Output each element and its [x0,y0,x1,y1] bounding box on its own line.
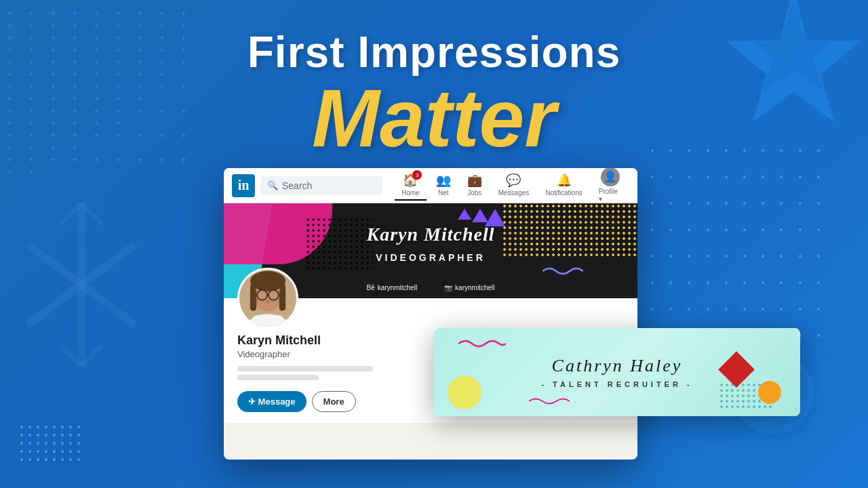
search-icon: 🔍 [267,180,278,190]
card-squiggle-top [458,338,506,350]
nav-item-network[interactable]: 👥 Net [429,170,458,201]
svg-rect-12 [279,289,285,311]
banner-squiggle [542,264,583,278]
jobs-label: Jobs [467,189,481,197]
decorative-dots-bottom-left [20,426,80,461]
home-badge: 3 [412,170,422,180]
svg-point-17 [266,300,270,303]
more-button[interactable]: More [312,391,356,412]
banner-title: VIDEOGRAPHER [224,252,637,263]
banner-triangle2 [472,209,488,222]
linkedin-navbar: in 🔍 Search 🏠 3 Home 👥 Net 💼 Jobs [224,168,637,203]
profile-avatar-icon: 👤 [601,168,620,186]
instagram-handle: karynmitchell [455,284,494,291]
card-squiggle-bottom [529,396,570,407]
banner-link-instagram: 📷 karynmitchell [444,284,494,291]
decorative-plus-grid: + + + + + + + + + + + + + + + + + + + + … [0,0,217,108]
banner-link-behance: Bē karynmitchell [367,284,418,291]
card-content: Cathryn Haley - TALENT RECRUITER - [448,356,787,388]
notifications-icon: 🔔 [557,173,572,188]
home-label: Home [401,189,420,197]
search-bar[interactable]: 🔍 Search [260,176,382,195]
linkedin-logo: in [232,174,255,197]
svg-rect-19 [252,315,284,328]
network-icon: 👥 [436,173,451,188]
message-button[interactable]: ✈ Message [237,391,307,412]
network-label: Net [438,189,449,197]
behance-icon: Bē [367,284,375,291]
avatar [237,268,298,329]
card-name: Cathryn Haley [552,356,683,376]
banner-name: Karyn Mitchell [224,224,637,245]
messages-icon: 💬 [506,173,521,188]
behance-handle: karynmitchell [378,284,417,291]
home-icon: 🏠 3 [403,173,418,188]
card-title: - TALENT RECRUITER - [541,380,692,388]
nav-item-messages[interactable]: 💬 Messages [492,170,536,201]
business-card: Cathryn Haley - TALENT RECRUITER - [434,328,800,416]
search-placeholder: Search [282,180,312,191]
jobs-icon: 💼 [467,173,482,188]
nav-items: 🏠 3 Home 👥 Net 💼 Jobs 💬 Messages 🔔 Notif… [395,168,629,207]
banner-triangle3 [458,209,471,220]
placeholder-bar-1 [237,366,373,371]
nav-item-notifications[interactable]: 🔔 Notifications [538,170,589,201]
nav-item-profile[interactable]: 👤 Profile ▾ [592,168,629,207]
instagram-icon: 📷 [444,284,452,291]
messages-label: Messages [498,189,530,197]
profile-label: Profile ▾ [599,188,623,203]
title-area: First Impressions Matter [190,27,678,159]
placeholder-bar-2 [237,375,319,380]
nav-item-jobs[interactable]: 💼 Jobs [460,170,489,201]
decorative-snowflake-left [14,190,149,393]
notifications-label: Notifications [545,189,582,197]
title-line2: Matter [190,77,678,159]
svg-point-13 [250,271,285,291]
nav-item-home[interactable]: 🏠 3 Home [395,170,427,201]
decorative-star-right [719,0,868,122]
decorative-dots-right: // Will be rendered via JS below [651,149,827,352]
svg-rect-11 [250,289,256,311]
title-line1: First Impressions [190,27,678,77]
